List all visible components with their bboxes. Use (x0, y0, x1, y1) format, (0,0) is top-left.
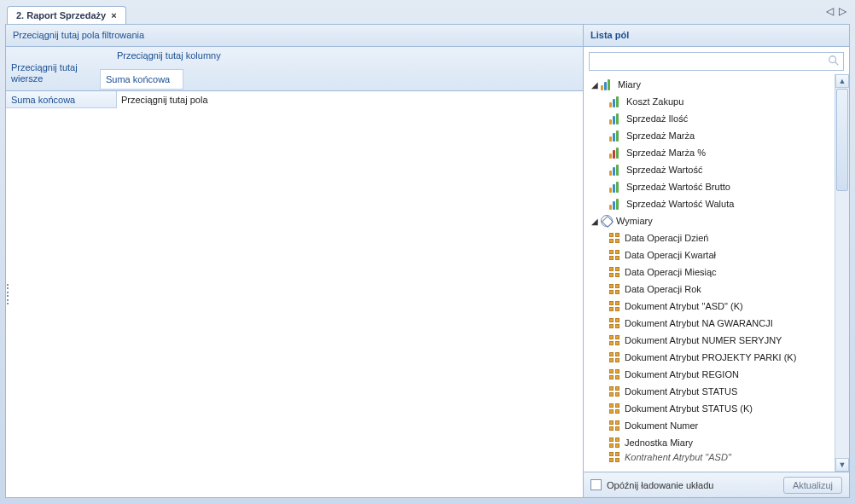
tree-node-dimension[interactable]: Dokument Atrybut PROJEKTY PARKI (K) (585, 349, 835, 366)
tree-node-dimension[interactable]: Data Operacji Dzień (585, 229, 835, 246)
tree-node-dimension[interactable]: Data Operacji Kwartał (585, 246, 835, 264)
defer-layout-label: Opóźnij ładowanie układu (607, 480, 778, 490)
update-button[interactable]: Aktualizuj (783, 477, 842, 494)
scroll-thumb[interactable] (836, 89, 848, 191)
tree-node-dimension[interactable]: Kontrahent Atrybut "ASD" (585, 451, 835, 463)
tree-node-dimension[interactable]: Dokument Atrybut NA GWARANCJI (585, 315, 835, 332)
row-drop-zone[interactable]: Przeciągnij tutaj wiersze (11, 62, 105, 84)
tree-node-measure[interactable]: Sprzedaż Wartość Waluta (585, 195, 835, 212)
splitter-handle-icon[interactable] (5, 284, 10, 304)
tree-node-dimensions[interactable]: ◢Wymiary (585, 212, 835, 229)
scrollbar[interactable]: ▲ ▼ (835, 74, 849, 472)
chevron-down-icon[interactable]: ◢ (590, 217, 599, 226)
tree-node-measure[interactable]: Sprzedaż Wartość (585, 161, 835, 178)
tree-node-dimension[interactable]: Dokument Atrybut STATUS (K) (585, 400, 835, 417)
tree-node-measure[interactable]: Sprzedaż Marża (585, 127, 835, 144)
field-search-input[interactable] (589, 52, 844, 71)
scroll-down-icon[interactable]: ▼ (835, 458, 849, 472)
tree-node-dimension[interactable]: Dokument Atrybut "ASD" (K) (585, 298, 835, 315)
tree-node-dimension[interactable]: Jednostka Miary (585, 434, 835, 451)
report-tab[interactable]: 2. Raport Sprzedaży × (7, 6, 126, 24)
tree-node-measure[interactable]: Sprzedaż Marża % (585, 144, 835, 161)
tree-node-measure[interactable]: Koszt Zakupu (585, 93, 835, 110)
filter-drop-zone[interactable]: Przeciągnij tutaj pola filtrowania (6, 25, 583, 47)
svg-line-1 (835, 62, 839, 66)
tree-node-measure[interactable]: Sprzedaż Wartość Brutto (585, 178, 835, 195)
tree-node-dimension[interactable]: Dokument Atrybut REGION (585, 366, 835, 383)
column-drop-zone[interactable]: Przeciągnij tutaj kolumny (117, 50, 221, 61)
dimensions-icon (601, 215, 613, 227)
tab-nav-right-icon[interactable]: ▷ (839, 5, 846, 17)
tree-node-dimension[interactable]: Data Operacji Rok (585, 281, 835, 298)
tree-node-measures[interactable]: ◢Miary (585, 76, 835, 93)
chevron-down-icon[interactable]: ◢ (590, 80, 599, 90)
grandtotal-row-header: Suma końcowa (6, 91, 117, 108)
close-icon[interactable]: × (111, 10, 116, 20)
tree-node-dimension[interactable]: Dokument Numer (585, 417, 835, 434)
field-search-text[interactable] (590, 56, 828, 67)
defer-layout-checkbox[interactable] (590, 479, 602, 490)
pivot-area: Przeciągnij tutaj pola filtrowania Przec… (6, 25, 584, 497)
field-tree[interactable]: ◢MiaryKoszt ZakupuSprzedaż IlośćSprzedaż… (584, 74, 835, 472)
tree-node-dimension[interactable]: Dokument Atrybut STATUS (585, 383, 835, 400)
field-list-header: Lista pól (584, 25, 849, 47)
data-drop-zone[interactable]: Przeciągnij tutaj pola (118, 91, 208, 108)
search-icon[interactable] (828, 55, 840, 68)
field-list-pane: Lista pól ◢MiaryKoszt ZakupuSprzedaż Ilo… (584, 25, 849, 497)
svg-point-0 (829, 56, 836, 63)
grandtotal-column-header: Suma końcowa (100, 69, 183, 90)
scroll-up-icon[interactable]: ▲ (835, 74, 849, 88)
report-tab-title: 2. Raport Sprzedaży (16, 10, 106, 20)
tree-node-measure[interactable]: Sprzedaż Ilość (585, 110, 835, 127)
tree-node-dimension[interactable]: Data Operacji Miesiąc (585, 264, 835, 281)
tree-node-dimension[interactable]: Dokument Atrybut NUMER SERYJNY (585, 332, 835, 349)
tab-nav-left-icon[interactable]: ◁ (826, 5, 834, 17)
